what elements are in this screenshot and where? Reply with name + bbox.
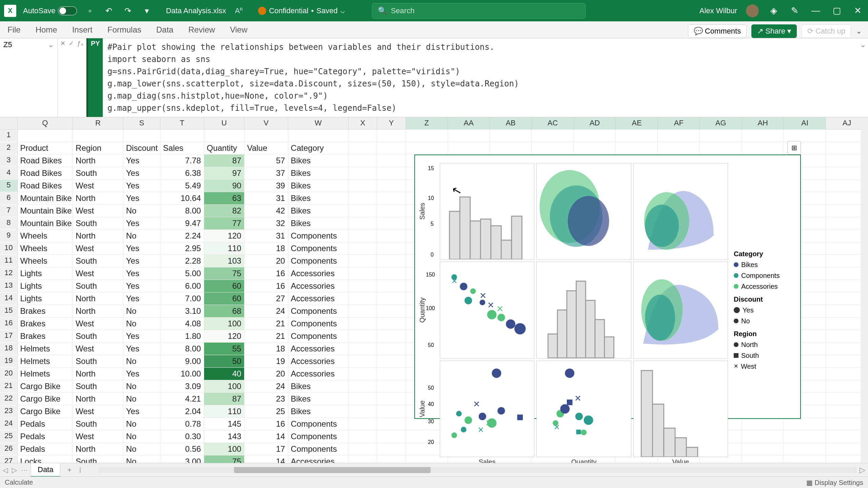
cell-Q25[interactable]: Pedals <box>18 430 73 443</box>
cell-Q27[interactable]: Locks <box>18 455 73 463</box>
cell-T10[interactable]: 2.95 <box>160 242 204 255</box>
cell-V19[interactable]: 19 <box>244 355 288 368</box>
cell-X4[interactable] <box>349 167 377 180</box>
cell-S19[interactable]: No <box>123 355 160 368</box>
row-header-15[interactable]: 15 <box>0 305 18 318</box>
cell-R17[interactable]: South <box>73 330 123 343</box>
tab-file[interactable]: File <box>6 25 22 35</box>
horizontal-scrollbar[interactable] <box>98 467 857 473</box>
cell-R25[interactable]: West <box>73 430 123 443</box>
row-header-25[interactable]: 25 <box>0 430 18 443</box>
cell-X10[interactable] <box>349 242 377 255</box>
column-header-V[interactable]: V <box>244 117 288 129</box>
cell-Y19[interactable] <box>377 355 406 368</box>
cell-T5[interactable]: 5.49 <box>160 180 204 192</box>
cell-AB1[interactable] <box>490 129 532 142</box>
add-sheet-icon[interactable]: + <box>63 466 76 474</box>
cell-U21[interactable]: 100 <box>204 380 244 393</box>
vertical-scrollbar[interactable] <box>861 117 868 463</box>
row-header-9[interactable]: 9 <box>0 230 18 242</box>
cell-T6[interactable]: 10.64 <box>160 192 204 205</box>
column-header-Y[interactable]: Y <box>377 117 406 129</box>
pen-icon[interactable]: ✎ <box>789 5 801 17</box>
cell-Y20[interactable] <box>377 368 406 380</box>
cell-T2[interactable]: Sales <box>160 142 204 155</box>
cell-R19[interactable]: South <box>73 355 123 368</box>
cell-R8[interactable]: South <box>73 217 123 230</box>
cell-X23[interactable] <box>349 405 377 418</box>
column-header-AI[interactable]: AI <box>784 117 826 129</box>
cell-U8[interactable]: 77 <box>204 217 244 230</box>
cell-R10[interactable]: West <box>73 242 123 255</box>
row-header-27[interactable]: 27 <box>0 455 18 463</box>
cell-V15[interactable]: 24 <box>244 305 288 318</box>
cell-U1[interactable] <box>204 129 244 142</box>
cell-W26[interactable]: Components <box>288 443 349 455</box>
tab-insert[interactable]: Insert <box>71 25 94 35</box>
search-input[interactable]: 🔍 Search <box>372 3 586 19</box>
cell-Q5[interactable]: Road Bikes <box>18 180 73 192</box>
cell-T1[interactable] <box>160 129 204 142</box>
column-header-S[interactable]: S <box>123 117 160 129</box>
cell-U16[interactable]: 100 <box>204 318 244 330</box>
cell-W22[interactable]: Bikes <box>288 393 349 405</box>
cell-V9[interactable]: 31 <box>244 230 288 242</box>
cell-Q8[interactable]: Mountain Bike <box>18 217 73 230</box>
cell-X1[interactable] <box>349 129 377 142</box>
cell-W8[interactable]: Bikes <box>288 217 349 230</box>
cell-AC1[interactable] <box>532 129 574 142</box>
cell-Q6[interactable]: Mountain Bike <box>18 192 73 205</box>
cell-Q22[interactable]: Cargo Bike <box>18 393 73 405</box>
hscroll-handle-left[interactable]: ⫶ <box>78 466 82 474</box>
cell-Y18[interactable] <box>377 343 406 355</box>
cell-R21[interactable]: South <box>73 380 123 393</box>
cell-Z2[interactable] <box>406 142 448 155</box>
cell-U4[interactable]: 97 <box>204 167 244 180</box>
cell-R9[interactable]: North <box>73 230 123 242</box>
hscroll-right-icon[interactable]: ▷ <box>860 466 865 474</box>
close-button[interactable]: ✕ <box>852 5 864 17</box>
row-header-16[interactable]: 16 <box>0 318 18 330</box>
cell-S5[interactable]: Yes <box>123 180 160 192</box>
cell-U12[interactable]: 75 <box>204 267 244 280</box>
cell-Y1[interactable] <box>377 129 406 142</box>
cell-X14[interactable] <box>349 292 377 305</box>
cell-R7[interactable]: West <box>73 205 123 217</box>
cell-T18[interactable]: 8.00 <box>160 343 204 355</box>
cell-V26[interactable]: 17 <box>244 443 288 455</box>
cell-Y26[interactable] <box>377 443 406 455</box>
cell-T25[interactable]: 0.30 <box>160 430 204 443</box>
cell-X27[interactable] <box>349 455 377 463</box>
share-button[interactable]: ↗ Share ▾ <box>751 24 797 38</box>
column-header-AC[interactable]: AC <box>532 117 574 129</box>
cell-W19[interactable]: Accessories <box>288 355 349 368</box>
cell-V25[interactable]: 14 <box>244 430 288 443</box>
row-header-23[interactable]: 23 <box>0 405 18 418</box>
cell-AD1[interactable] <box>574 129 616 142</box>
column-header-AF[interactable]: AF <box>658 117 700 129</box>
cell-Q19[interactable]: Helmets <box>18 355 73 368</box>
row-header-24[interactable]: 24 <box>0 418 18 430</box>
cell-X18[interactable] <box>349 343 377 355</box>
cell-Q17[interactable]: Brakes <box>18 330 73 343</box>
file-name[interactable]: Data Analysis.xlsx <box>166 6 226 15</box>
cell-V18[interactable]: 18 <box>244 343 288 355</box>
cell-Y7[interactable] <box>377 205 406 217</box>
cell-W21[interactable]: Bikes <box>288 380 349 393</box>
cell-U17[interactable]: 120 <box>204 330 244 343</box>
cell-U3[interactable]: 87 <box>204 155 244 167</box>
cell-AH1[interactable] <box>742 129 784 142</box>
cell-Q12[interactable]: Lights <box>18 267 73 280</box>
cell-T27[interactable]: 3.00 <box>160 455 204 463</box>
cell-AB2[interactable] <box>490 142 532 155</box>
maximize-button[interactable]: ▢ <box>831 5 843 17</box>
cell-Q13[interactable]: Lights <box>18 280 73 292</box>
cell-Y14[interactable] <box>377 292 406 305</box>
cell-W18[interactable]: Accessories <box>288 343 349 355</box>
column-header-AA[interactable]: AA <box>448 117 490 129</box>
cell-X26[interactable] <box>349 443 377 455</box>
cell-Y27[interactable] <box>377 455 406 463</box>
cell-AF2[interactable] <box>658 142 700 155</box>
cell-S25[interactable]: No <box>123 430 160 443</box>
cell-AA1[interactable] <box>448 129 490 142</box>
